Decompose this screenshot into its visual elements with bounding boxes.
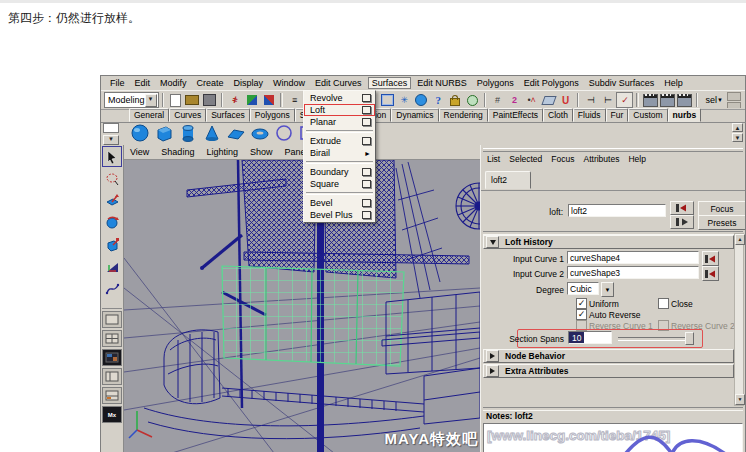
nurbs-plane-shelf-icon[interactable] (225, 123, 247, 143)
menu-item-revolve[interactable]: Revolve (304, 92, 375, 104)
menu-polygons[interactable]: Polygons (473, 77, 518, 89)
help-icon[interactable]: ? (431, 93, 446, 107)
ae-menu-focus[interactable]: Focus (551, 154, 574, 164)
section-spans-slider-track[interactable] (618, 337, 688, 341)
node-behavior-section-header[interactable]: Node Behavior (483, 349, 734, 363)
loft-name-field[interactable]: loft2 (568, 204, 666, 217)
auto-reverse-checkbox[interactable]: ✓ (576, 309, 587, 320)
scale-tool[interactable] (102, 234, 122, 255)
input-curve-1-connect-button[interactable] (702, 251, 719, 266)
menu-create[interactable]: Create (193, 77, 228, 89)
section-spans-field[interactable]: 10 (568, 331, 612, 344)
quick-select-dropdown[interactable]: sel▼ (702, 93, 726, 107)
menu-display[interactable]: Display (230, 77, 268, 89)
option-box-icon[interactable] (362, 94, 371, 102)
shelf-tab-fluids[interactable]: Fluids (573, 108, 606, 122)
section-spans-slider-handle[interactable] (685, 332, 694, 345)
perspective-viewport[interactable]: View Shading Lighting Show Panels (124, 145, 480, 452)
current-tool-slot[interactable] (102, 278, 122, 299)
render-current-frame-icon[interactable] (643, 93, 658, 107)
shelf-tab-general[interactable]: General (129, 108, 169, 122)
shelf-menu-arrow[interactable]: ▼ (103, 135, 119, 145)
move-tool[interactable] (102, 190, 122, 211)
load-attributes-button[interactable] (670, 201, 694, 215)
sphere-mask-icon[interactable] (414, 93, 429, 107)
ae-menu-attributes[interactable]: Attributes (583, 154, 619, 164)
option-box-icon[interactable] (362, 180, 371, 188)
snap-to-curves-icon[interactable]: 2 (507, 93, 522, 107)
menu-item-bevel-plus[interactable]: Bevel Plus (304, 209, 375, 221)
ae-menu-help[interactable]: Help (628, 154, 645, 164)
shelf-tab-nurbs[interactable]: nurbs (668, 108, 702, 122)
ae-menu-list[interactable]: List (487, 154, 500, 164)
panel-menu-lighting[interactable]: Lighting (206, 147, 238, 157)
selection-mask-list-icon[interactable]: ≡ (287, 93, 302, 107)
uniform-checkbox[interactable]: ✓ (576, 298, 587, 309)
menu-item-loft[interactable]: Loft (304, 104, 375, 116)
presets-button[interactable]: Presets (698, 215, 745, 230)
input-curve-2-field[interactable]: curveShape3 (567, 266, 699, 279)
option-box-icon[interactable] (362, 118, 371, 126)
scroll-down-icon[interactable]: ▼ (735, 394, 745, 405)
shelf-tab-dynamics[interactable]: Dynamics (391, 108, 438, 122)
panel-menu-view[interactable]: View (130, 147, 149, 157)
extra-attributes-section-header[interactable]: Extra Attributes (483, 364, 734, 378)
expand-icon[interactable] (486, 365, 499, 377)
nurbs-circle-shelf-icon[interactable] (273, 123, 295, 143)
shelf-tab-cloth[interactable]: Cloth (543, 108, 573, 122)
menu-edit-curves[interactable]: Edit Curves (311, 77, 366, 89)
ae-tab-loft2[interactable]: loft2 (485, 171, 531, 189)
snap-to-planes-icon[interactable] (541, 93, 556, 107)
nurbs-sphere-shelf-icon[interactable] (129, 123, 151, 143)
collapse-icon[interactable] (486, 236, 499, 248)
layout-single-pane-button[interactable] (102, 311, 122, 328)
menu-item-planar[interactable]: Planar (304, 116, 375, 128)
nurbs-torus-shelf-icon[interactable] (249, 123, 271, 143)
layout-persp-graph-button[interactable] (102, 387, 122, 404)
option-box-icon[interactable] (362, 211, 371, 219)
degree-dropdown-arrow[interactable]: ▼ (601, 282, 614, 297)
nurbs-cylinder-shelf-icon[interactable] (177, 123, 199, 143)
panel-drag-handle[interactable] (483, 148, 743, 152)
menu-modify[interactable]: Modify (156, 77, 191, 89)
menu-surfaces[interactable]: Surfaces (368, 77, 412, 89)
copy-tab-button[interactable] (670, 215, 694, 229)
layout-saved-button[interactable] (102, 349, 122, 366)
menu-subdiv-surfaces[interactable]: Subdiv Surfaces (585, 77, 659, 89)
menu-edit-polygons[interactable]: Edit Polygons (520, 77, 583, 89)
notes-area[interactable]: [www.linecg.com/tieba/1745] (483, 423, 743, 452)
menu-item-extrude[interactable]: Extrude (304, 135, 375, 147)
input-curve-1-field[interactable]: curveShape4 (567, 251, 699, 264)
shelf-tab-curves[interactable]: Curves (169, 108, 206, 122)
input-connections-icon[interactable]: ⊣ (583, 93, 598, 107)
shelf-mini-field[interactable] (103, 123, 119, 133)
make-live-icon[interactable]: U (558, 93, 573, 107)
new-scene-icon[interactable] (168, 93, 183, 107)
ipr-render-icon[interactable] (660, 93, 675, 107)
lasso-tool[interactable] (102, 168, 122, 189)
panel-menu-shading[interactable]: Shading (161, 147, 194, 157)
expand-icon[interactable] (486, 350, 499, 362)
menu-help[interactable]: Help (660, 77, 687, 89)
select-tool[interactable] (102, 146, 122, 167)
menu-edit[interactable]: Edit (131, 77, 155, 89)
open-scene-icon[interactable] (185, 93, 200, 107)
ae-scrollbar[interactable]: ▲ ▼ (734, 233, 744, 406)
rotate-tool[interactable] (102, 212, 122, 233)
panel-menu-show[interactable]: Show (250, 147, 273, 157)
close-checkbox[interactable]: ✓ (658, 298, 669, 309)
loft-history-section-header[interactable]: Loft History (483, 235, 734, 249)
option-box-icon[interactable] (362, 106, 371, 114)
nurbs-cone-shelf-icon[interactable] (201, 123, 223, 143)
shelf-tab-rendering[interactable]: Rendering (439, 108, 488, 122)
shelf-tab-painteffects[interactable]: PaintEffects (488, 108, 543, 122)
select-by-component-icon[interactable] (261, 93, 276, 107)
layout-four-pane-button[interactable] (102, 330, 122, 347)
option-box-icon[interactable] (362, 168, 371, 176)
save-scene-icon[interactable] (202, 93, 217, 107)
lock-selection-icon[interactable] (448, 93, 463, 107)
menu-item-square[interactable]: Square (304, 178, 375, 190)
highlight-selection-icon[interactable] (465, 93, 480, 107)
menu-window[interactable]: Window (269, 77, 309, 89)
panel-grid-icon[interactable] (380, 93, 395, 107)
